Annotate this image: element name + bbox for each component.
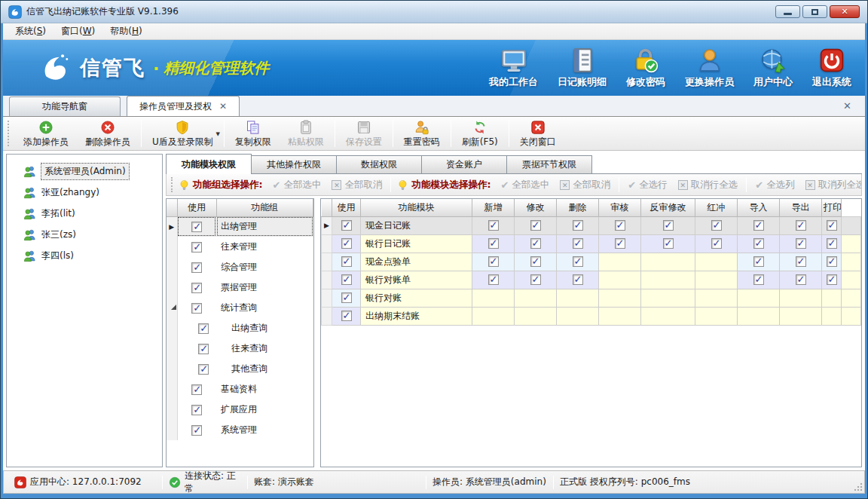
module-grid-row[interactable]: 出纳期末结账 bbox=[322, 307, 861, 325]
column-header[interactable]: 导入 bbox=[738, 199, 780, 216]
banner-action-change-password[interactable]: 修改密码 bbox=[626, 47, 665, 89]
checkbox-checked[interactable] bbox=[191, 222, 202, 232]
checkbox-checked[interactable] bbox=[191, 425, 202, 436]
checkbox-checked[interactable] bbox=[796, 256, 806, 267]
checkbox-checked[interactable] bbox=[191, 303, 202, 314]
permission-cell-checked[interactable] bbox=[557, 216, 599, 234]
permission-cell-checked[interactable] bbox=[641, 216, 695, 234]
permission-cell-checked[interactable] bbox=[780, 216, 822, 234]
tree-item-operator[interactable]: 李四(ls) bbox=[7, 245, 162, 266]
banner-action-workbench[interactable]: 我的工作台 bbox=[489, 47, 538, 89]
selection-button[interactable]: ✕全部取消 bbox=[560, 179, 610, 191]
menu-item[interactable]: 系统(S) bbox=[8, 23, 53, 39]
selection-button[interactable]: ✔全部选中 bbox=[273, 179, 322, 191]
toolbar-button-reset-password[interactable]: 重置密码 bbox=[396, 118, 448, 149]
permission-cell-checked[interactable] bbox=[695, 216, 738, 234]
module-grid-row[interactable]: ▶现金日记账 bbox=[322, 216, 861, 234]
checkbox-checked[interactable] bbox=[488, 274, 499, 285]
menu-item[interactable]: 窗口(W) bbox=[53, 23, 102, 39]
permission-cell-checked[interactable] bbox=[557, 234, 599, 253]
permission-cell-checked[interactable] bbox=[695, 234, 738, 253]
group-grid-row[interactable]: 出纳查询 bbox=[167, 318, 313, 338]
module-grid-row[interactable]: 银行对账单 bbox=[322, 271, 861, 289]
group-grid-row[interactable]: 系统管理 bbox=[167, 420, 313, 440]
column-header[interactable]: 功能模块 bbox=[361, 199, 472, 216]
permission-cell-checked[interactable] bbox=[472, 216, 515, 234]
group-grid-row[interactable]: 往来查询 bbox=[167, 338, 313, 359]
permission-cell-checked[interactable] bbox=[738, 234, 780, 253]
checkbox-checked[interactable] bbox=[530, 274, 541, 285]
checkbox-checked[interactable] bbox=[530, 256, 541, 267]
toolbar-button-close-window[interactable]: 关闭窗口 bbox=[512, 118, 564, 149]
perm-tab[interactable]: 资金账户 bbox=[421, 155, 507, 174]
toolbar-button-delete-operator[interactable]: 删除操作员 bbox=[77, 118, 139, 149]
banner-action-user-center[interactable]: 用户中心 bbox=[753, 47, 793, 89]
checkbox-checked[interactable] bbox=[753, 238, 764, 249]
permission-cell-checked[interactable] bbox=[599, 234, 641, 253]
permission-cell-checked[interactable] bbox=[515, 253, 557, 271]
group-grid-row[interactable]: 基础资料 bbox=[167, 379, 313, 400]
group-grid-row[interactable]: 票据管理 bbox=[167, 277, 313, 298]
group-grid-row[interactable]: 扩展应用 bbox=[167, 400, 313, 420]
checkbox-checked[interactable] bbox=[341, 256, 352, 267]
close-button[interactable]: ✕ bbox=[830, 5, 860, 18]
group-grid-row[interactable]: 统计查询 bbox=[167, 298, 313, 318]
checkbox-checked[interactable] bbox=[711, 238, 722, 249]
tree-item-operator[interactable]: 系统管理员(Admin) bbox=[7, 161, 162, 182]
selection-button[interactable]: ✔全部选中 bbox=[500, 179, 549, 191]
checkbox-checked[interactable] bbox=[827, 274, 837, 285]
checkbox-checked[interactable] bbox=[796, 274, 806, 285]
permission-cell-checked[interactable] bbox=[738, 271, 780, 289]
checkbox-checked[interactable] bbox=[796, 238, 806, 249]
tabstrip-close-icon[interactable]: ✕ bbox=[843, 100, 851, 112]
permission-cell-checked[interactable] bbox=[515, 216, 557, 234]
column-header[interactable]: 使用 bbox=[177, 199, 216, 216]
checkbox-checked[interactable] bbox=[191, 283, 202, 293]
expand-triangle-icon[interactable] bbox=[171, 305, 176, 310]
tree-item-operator[interactable]: 张亚(zhangy) bbox=[7, 182, 162, 203]
checkbox-checked[interactable] bbox=[573, 256, 583, 267]
permission-cell-checked[interactable] bbox=[641, 234, 695, 253]
checkbox-checked[interactable] bbox=[341, 274, 352, 285]
checkbox-checked[interactable] bbox=[753, 220, 764, 231]
checkbox-checked[interactable] bbox=[488, 256, 499, 267]
perm-tab[interactable]: 功能模块权限 bbox=[166, 154, 252, 174]
maximize-button[interactable] bbox=[802, 5, 827, 18]
toolbar-button-copy-permission[interactable]: 复制权限 bbox=[227, 118, 280, 149]
perm-tab[interactable]: 数据权限 bbox=[336, 155, 422, 174]
checkbox-checked[interactable] bbox=[615, 238, 625, 249]
column-header[interactable]: 审核 bbox=[599, 199, 641, 216]
checkbox-checked[interactable] bbox=[827, 220, 837, 231]
checkbox-checked[interactable] bbox=[796, 220, 806, 231]
perm-tab[interactable]: 票据环节权限 bbox=[506, 155, 592, 174]
group-grid-row[interactable]: 综合管理 bbox=[167, 257, 313, 277]
module-grid-row[interactable]: 现金点验单 bbox=[322, 253, 861, 271]
permission-cell-checked[interactable] bbox=[822, 253, 842, 271]
column-header[interactable]: 红冲 bbox=[695, 199, 738, 216]
permission-cell-checked[interactable] bbox=[599, 216, 641, 234]
checkbox-checked[interactable] bbox=[753, 274, 764, 285]
perm-tab[interactable]: 其他操作权限 bbox=[251, 155, 337, 174]
tree-item-operator[interactable]: 张三(zs) bbox=[7, 224, 162, 245]
tab-close-icon[interactable]: ✕ bbox=[219, 101, 227, 112]
toolbar-button-refresh[interactable]: 刷新(F5) bbox=[454, 118, 506, 149]
selection-button[interactable]: ✔全选列 bbox=[755, 179, 794, 191]
permission-cell-checked[interactable] bbox=[557, 253, 599, 271]
doc-tab[interactable]: 操作员管理及授权✕ bbox=[127, 96, 240, 116]
selection-button[interactable]: ✔全选行 bbox=[628, 179, 667, 191]
column-header[interactable]: 导出 bbox=[780, 199, 822, 216]
checkbox-checked[interactable] bbox=[530, 238, 541, 249]
checkbox-checked[interactable] bbox=[530, 220, 541, 231]
tree-item-operator[interactable]: 李拓(lit) bbox=[7, 203, 162, 224]
chevron-down-icon[interactable]: ▼ bbox=[215, 131, 219, 137]
banner-action-journal[interactable]: 日记账明细 bbox=[558, 47, 607, 89]
checkbox-checked[interactable] bbox=[191, 405, 202, 415]
permission-cell-checked[interactable] bbox=[738, 253, 780, 271]
permission-cell-checked[interactable] bbox=[780, 253, 822, 271]
checkbox-checked[interactable] bbox=[198, 323, 209, 334]
checkbox-checked[interactable] bbox=[341, 220, 352, 231]
permission-cell-checked[interactable] bbox=[557, 271, 599, 289]
permission-cell-checked[interactable] bbox=[822, 216, 842, 234]
permission-cell-checked[interactable] bbox=[472, 253, 515, 271]
doc-tab[interactable]: 功能导航窗 bbox=[9, 96, 121, 116]
